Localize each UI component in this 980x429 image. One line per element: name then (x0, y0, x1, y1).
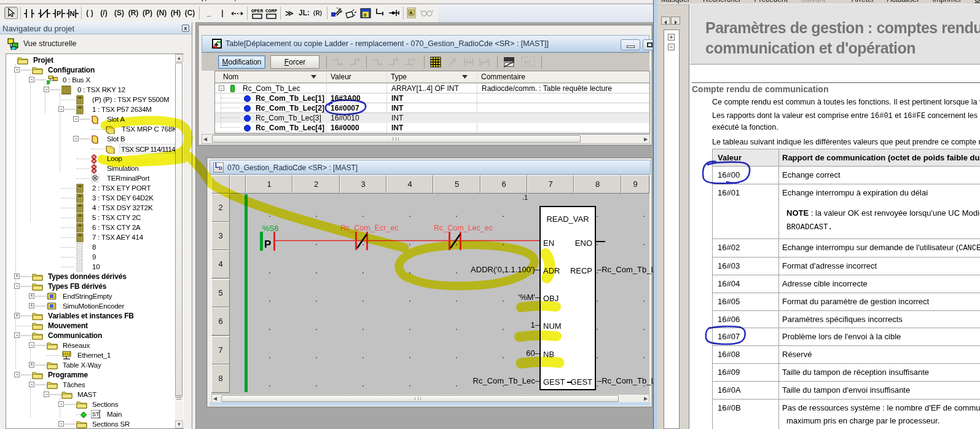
svg-text:OPER: OPER (251, 8, 263, 14)
svg-text:P: P (264, 238, 271, 250)
svg-text:RT: RT (524, 60, 531, 66)
svg-text:N: N (70, 10, 75, 17)
svg-text:H: H (466, 59, 471, 66)
svg-text:COMP: COMP (265, 8, 277, 14)
svg-text:0: 0 (364, 12, 367, 18)
svg-text:A: A (410, 10, 413, 15)
svg-text:P: P (57, 10, 61, 17)
